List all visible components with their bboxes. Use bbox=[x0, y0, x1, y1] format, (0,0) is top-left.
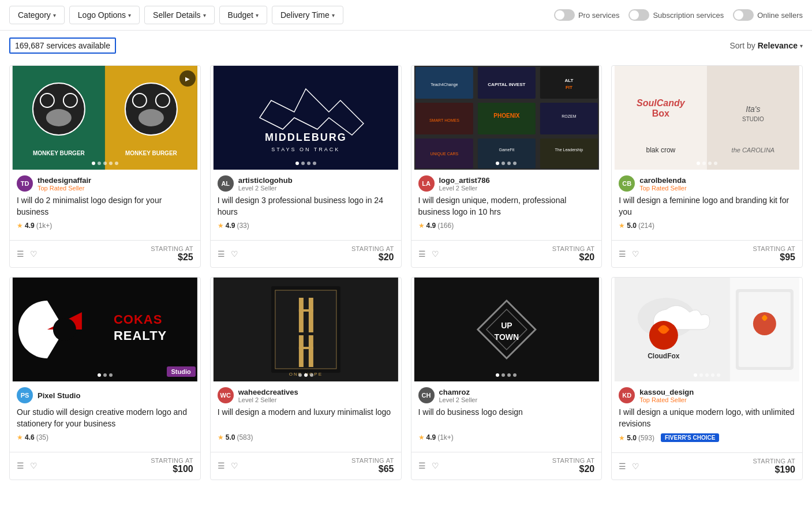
card-title: I will design unique, modern, profession… bbox=[418, 195, 595, 218]
heart-icon[interactable]: ♡ bbox=[432, 461, 439, 470]
carousel-dot[interactable] bbox=[507, 162, 511, 165]
gig-card[interactable]: MIDDLEBURG STAYS ON TRACK AL artisticlog… bbox=[210, 65, 402, 268]
svg-text:PHOENIX: PHOENIX bbox=[493, 113, 519, 119]
carousel-dot[interactable] bbox=[513, 162, 517, 165]
carousel-dot[interactable] bbox=[103, 373, 107, 377]
svg-text:The Leadership: The Leadership bbox=[555, 148, 583, 152]
carousel-dot[interactable] bbox=[98, 373, 101, 377]
compare-icon[interactable]: ☰ bbox=[418, 249, 426, 259]
svg-rect-26 bbox=[540, 138, 597, 168]
compare-icon[interactable]: ☰ bbox=[619, 249, 626, 259]
seller-name[interactable]: waheedcreatives bbox=[238, 388, 298, 396]
sort-dropdown[interactable]: Sort by Relevance ▾ bbox=[729, 41, 803, 50]
heart-icon[interactable]: ♡ bbox=[231, 461, 238, 470]
carousel-dot[interactable] bbox=[702, 162, 706, 165]
carousel-dot[interactable] bbox=[109, 162, 113, 165]
seller-name[interactable]: chamroz bbox=[439, 388, 478, 396]
card-footer: ☰ ♡ STARTING AT $100 bbox=[10, 452, 200, 479]
seller-name[interactable]: thedesignaffair bbox=[38, 176, 91, 185]
carousel-dot[interactable] bbox=[714, 162, 717, 165]
svg-rect-23 bbox=[540, 103, 597, 134]
carousel-dot[interactable] bbox=[304, 373, 308, 377]
carousel-dot[interactable] bbox=[115, 162, 118, 165]
gig-card[interactable]: SoulCandy Box Ita's STUDIO blak crow the… bbox=[611, 65, 803, 268]
rating-count: (1k+) bbox=[36, 222, 53, 230]
carousel-dot[interactable] bbox=[109, 373, 113, 377]
gig-card[interactable]: ONE HOPE WC waheedcreatives Level 2 Sell… bbox=[210, 277, 402, 480]
carousel-dot[interactable] bbox=[705, 373, 709, 377]
compare-icon[interactable]: ☰ bbox=[619, 462, 626, 471]
seller-name[interactable]: kassou_design bbox=[639, 388, 694, 396]
carousel-dot[interactable] bbox=[717, 373, 720, 377]
gig-card[interactable]: Teach4Change CAPITAL INVEST ALT FIT SMAR… bbox=[411, 65, 603, 268]
play-button[interactable]: ▶ bbox=[179, 70, 196, 87]
carousel-dot[interactable] bbox=[711, 373, 714, 377]
star-icon: ★ bbox=[17, 433, 23, 441]
starting-at-label: STARTING AT bbox=[552, 245, 595, 252]
svg-rect-13 bbox=[214, 66, 398, 170]
price: $190 bbox=[753, 465, 795, 475]
category-filter[interactable]: Category ▾ bbox=[9, 6, 65, 24]
compare-icon[interactable]: ☰ bbox=[218, 461, 225, 470]
card-actions: ☰ ♡ bbox=[418, 461, 439, 470]
seller-info: WC waheedcreatives Level 2 Seller bbox=[218, 387, 394, 403]
carousel-dot[interactable] bbox=[301, 162, 305, 165]
gig-card[interactable]: COKAS REALTY Studio PS Pixel Studio Our … bbox=[9, 277, 201, 480]
carousel-dot[interactable] bbox=[502, 162, 505, 165]
gig-card[interactable]: MONKEY BURGER MONKEY BURGER ▶ TD thedesi… bbox=[9, 65, 201, 268]
delivery-time-filter[interactable]: Delivery Time ▾ bbox=[272, 6, 343, 24]
carousel-dot[interactable] bbox=[513, 373, 517, 377]
compare-icon[interactable]: ☰ bbox=[17, 461, 24, 470]
budget-filter[interactable]: Budget ▾ bbox=[219, 6, 267, 24]
heart-icon[interactable]: ♡ bbox=[632, 462, 639, 471]
carousel-dot[interactable] bbox=[507, 373, 511, 377]
seller-name[interactable]: artisticlogohub bbox=[238, 176, 293, 185]
svg-text:STUDIO: STUDIO bbox=[742, 116, 764, 122]
card-thumbnail: COKAS REALTY Studio bbox=[10, 278, 200, 381]
carousel-dot[interactable] bbox=[502, 373, 505, 377]
compare-icon[interactable]: ☰ bbox=[218, 249, 225, 259]
carousel-dot[interactable] bbox=[496, 162, 499, 165]
rating: ★ 4.9 (1k+) bbox=[17, 222, 193, 230]
carousel-dot[interactable] bbox=[697, 162, 700, 165]
heart-icon[interactable]: ♡ bbox=[30, 461, 38, 470]
seller-details-filter[interactable]: Seller Details ▾ bbox=[144, 6, 214, 24]
seller-level: Top Rated Seller bbox=[38, 185, 91, 192]
star-icon: ★ bbox=[619, 222, 625, 230]
gig-card[interactable]: UP TOWN CH chamroz Level 2 Seller I will… bbox=[411, 277, 603, 480]
svg-rect-54 bbox=[299, 309, 313, 312]
carousel-dot[interactable] bbox=[295, 162, 299, 165]
carousel-dot[interactable] bbox=[496, 373, 499, 377]
carousel-dot[interactable] bbox=[103, 162, 107, 165]
card-footer: ☰ ♡ STARTING AT $20 bbox=[411, 240, 602, 267]
svg-text:Teach4Change: Teach4Change bbox=[431, 83, 458, 87]
carousel-dot[interactable] bbox=[298, 373, 302, 377]
carousel-dot[interactable] bbox=[307, 162, 310, 165]
seller-name[interactable]: logo_artist786 bbox=[439, 176, 490, 185]
carousel-dot[interactable] bbox=[313, 162, 316, 165]
star-icon: ★ bbox=[418, 222, 425, 230]
seller-name[interactable]: Pixel Studio bbox=[38, 391, 80, 400]
heart-icon[interactable]: ♡ bbox=[30, 249, 38, 259]
heart-icon[interactable]: ♡ bbox=[632, 249, 639, 259]
seller-avatar: TD bbox=[17, 175, 33, 192]
rating-score: 5.0 bbox=[226, 433, 235, 441]
carousel-dot[interactable] bbox=[310, 373, 313, 377]
carousel-dot[interactable] bbox=[708, 162, 712, 165]
gig-card[interactable]: CloudFox KD kassou_design Top Rated Sell… bbox=[611, 277, 803, 480]
carousel-dot[interactable] bbox=[694, 373, 697, 377]
carousel-dot[interactable] bbox=[98, 162, 101, 165]
heart-icon[interactable]: ♡ bbox=[231, 249, 238, 259]
price-info: STARTING AT $20 bbox=[552, 457, 595, 474]
svg-text:CAPITAL INVEST: CAPITAL INVEST bbox=[488, 82, 525, 87]
compare-icon[interactable]: ☰ bbox=[418, 461, 426, 470]
logo-options-filter[interactable]: Logo Options ▾ bbox=[69, 6, 140, 24]
heart-icon[interactable]: ♡ bbox=[432, 249, 439, 259]
carousel-dot[interactable] bbox=[92, 162, 95, 165]
svg-text:MIDDLEBURG: MIDDLEBURG bbox=[265, 132, 347, 143]
carousel-dot[interactable] bbox=[699, 373, 703, 377]
compare-icon[interactable]: ☰ bbox=[17, 249, 24, 259]
card-footer: ☰ ♡ STARTING AT $20 bbox=[411, 452, 602, 479]
results-count: 169,687 services available bbox=[9, 38, 116, 54]
seller-name[interactable]: carolbelenda bbox=[639, 176, 686, 185]
